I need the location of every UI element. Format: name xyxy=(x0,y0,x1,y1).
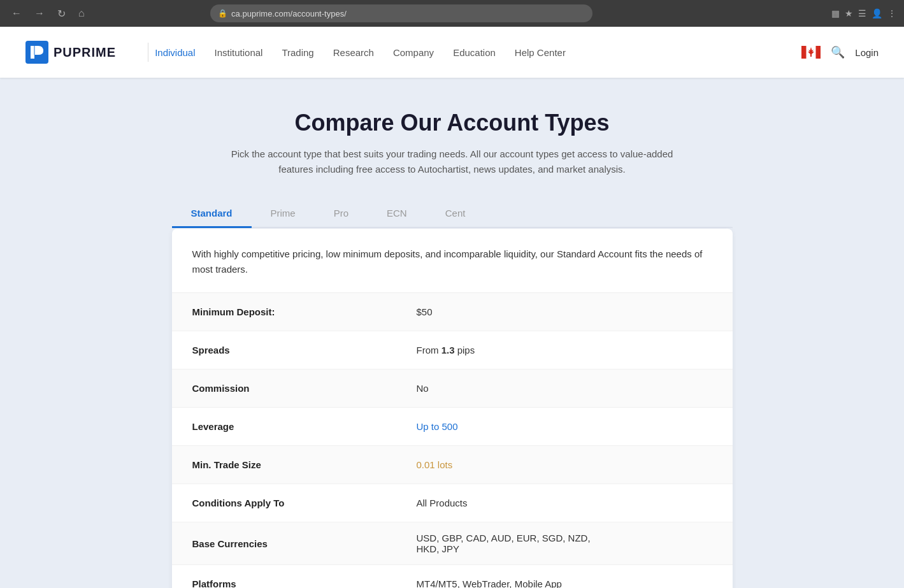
tab-standard[interactable]: Standard xyxy=(172,200,252,228)
refresh-button[interactable]: ↻ xyxy=(54,5,69,22)
logo-text: PUPRIME xyxy=(54,45,116,60)
nav-individual[interactable]: Individual xyxy=(155,47,195,58)
profile-icon: 👤 xyxy=(872,8,882,18)
main-content: Compare Our Account Types Pick the accou… xyxy=(0,78,904,588)
tab-pro[interactable]: Pro xyxy=(315,200,368,228)
screenshot-icon: ▦ xyxy=(831,8,840,18)
table-row: Min. Trade Size 0.01 lots xyxy=(172,446,733,484)
table-row: Leverage Up to 500 xyxy=(172,408,733,446)
url-text: ca.puprime.com/account-types/ xyxy=(231,9,347,18)
row-label-conditions: Conditions Apply To xyxy=(172,487,396,519)
tab-cent[interactable]: Cent xyxy=(426,200,485,228)
flag-canada xyxy=(801,46,821,59)
search-button[interactable]: 🔍 xyxy=(831,45,845,59)
row-value-conditions: All Products xyxy=(396,487,733,519)
svg-rect-4 xyxy=(810,54,812,57)
account-tabs: Standard Prime Pro ECN Cent xyxy=(172,200,733,228)
nav-institutional[interactable]: Institutional xyxy=(215,47,263,58)
table-row: Platforms MT4/MT5, WebTrader, Mobile App xyxy=(172,565,733,588)
nav-trading[interactable]: Trading xyxy=(282,47,313,58)
table-row: Commission No xyxy=(172,369,733,408)
lock-icon: 🔒 xyxy=(218,9,227,18)
table-row: Conditions Apply To All Products xyxy=(172,484,733,522)
row-value-min-trade-size: 0.01 lots xyxy=(396,449,733,480)
table-row: Spreads From 1.3 pips xyxy=(172,331,733,369)
nav-right: 🔍 Login xyxy=(801,45,879,59)
row-value-spreads: From 1.3 pips xyxy=(396,334,733,366)
forward-button[interactable]: → xyxy=(31,5,48,22)
logo-icon xyxy=(25,41,48,64)
nav-help-center[interactable]: Help Center xyxy=(515,47,566,58)
table-row: Minimum Deposit: $50 xyxy=(172,293,733,331)
tab-ecn[interactable]: ECN xyxy=(368,200,426,228)
row-value-platforms: MT4/MT5, WebTrader, Mobile App xyxy=(396,568,733,588)
nav-company[interactable]: Company xyxy=(393,47,434,58)
navbar: PUPRIME Individual Institutional Trading… xyxy=(0,27,904,78)
tabs-container: Standard Prime Pro ECN Cent With highly … xyxy=(172,200,733,588)
svg-rect-2 xyxy=(801,46,807,59)
row-label-platforms: Platforms xyxy=(172,568,396,588)
table-row: Base Currencies USD, GBP, CAD, AUD, EUR,… xyxy=(172,522,733,565)
login-button[interactable]: Login xyxy=(855,47,879,58)
logo[interactable]: PUPRIME xyxy=(25,41,116,64)
home-button[interactable]: ⌂ xyxy=(75,5,89,22)
row-value-base-currencies: USD, GBP, CAD, AUD, EUR, SGD, NZD,HKD, J… xyxy=(396,522,733,564)
row-value-commission: No xyxy=(396,373,733,404)
nav-divider xyxy=(148,43,148,62)
browser-chrome: ← → ↻ ⌂ 🔒 ca.puprime.com/account-types/ … xyxy=(0,0,904,27)
page-title: Compare Our Account Types xyxy=(13,110,891,136)
row-label-base-currencies: Base Currencies xyxy=(172,528,396,559)
address-bar: 🔒 ca.puprime.com/account-types/ xyxy=(210,4,592,22)
browser-actions: ▦ ★ ☰ 👤 ⋮ xyxy=(831,8,896,18)
nav-research[interactable]: Research xyxy=(333,47,374,58)
star-icon: ★ xyxy=(845,8,853,18)
extensions-icon: ☰ xyxy=(858,8,866,18)
nav-education[interactable]: Education xyxy=(453,47,496,58)
row-value-min-deposit: $50 xyxy=(396,296,733,327)
back-button[interactable]: ← xyxy=(8,5,25,22)
row-label-leverage: Leverage xyxy=(172,411,396,442)
row-label-min-trade-size: Min. Trade Size xyxy=(172,449,396,480)
row-label-commission: Commission xyxy=(172,373,396,404)
account-description: With highly competitive pricing, low min… xyxy=(172,229,733,293)
row-label-min-deposit: Minimum Deposit: xyxy=(172,296,396,327)
nav-links: Individual Institutional Trading Researc… xyxy=(155,47,801,58)
page-subtitle: Pick the account type that best suits yo… xyxy=(229,147,675,177)
row-label-spreads: Spreads xyxy=(172,334,396,366)
account-card: With highly competitive pricing, low min… xyxy=(172,229,733,588)
menu-icon: ⋮ xyxy=(887,8,896,18)
svg-rect-3 xyxy=(816,46,821,59)
tab-prime[interactable]: Prime xyxy=(252,200,315,228)
row-value-leverage: Up to 500 xyxy=(396,411,733,442)
